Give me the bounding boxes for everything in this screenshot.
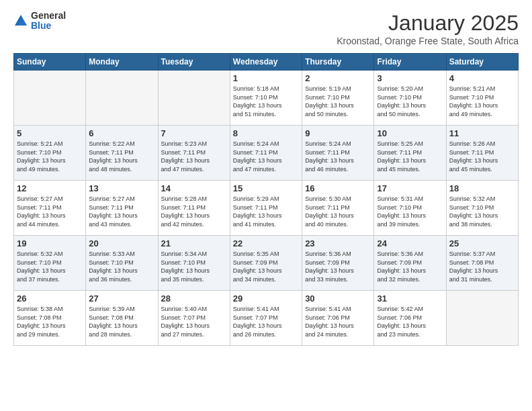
calendar-cell: 13Sunrise: 5:27 AM Sunset: 7:11 PM Dayli…: [86, 181, 158, 236]
day-number: 1: [233, 73, 299, 83]
day-info: Sunrise: 5:41 AM Sunset: 7:07 PM Dayligh…: [233, 305, 299, 338]
calendar-week-row: 5Sunrise: 5:21 AM Sunset: 7:10 PM Daylig…: [14, 126, 519, 181]
day-number: 13: [89, 183, 154, 193]
day-number: 29: [233, 293, 299, 304]
calendar-cell: 28Sunrise: 5:40 AM Sunset: 7:07 PM Dayli…: [158, 291, 230, 346]
day-info: Sunrise: 5:24 AM Sunset: 7:11 PM Dayligh…: [233, 140, 299, 173]
calendar-cell: 4Sunrise: 5:21 AM Sunset: 7:10 PM Daylig…: [446, 71, 518, 126]
day-info: Sunrise: 5:36 AM Sunset: 7:09 PM Dayligh…: [377, 250, 443, 283]
calendar-cell: 7Sunrise: 5:23 AM Sunset: 7:11 PM Daylig…: [158, 126, 230, 181]
calendar-cell: 10Sunrise: 5:25 AM Sunset: 7:11 PM Dayli…: [374, 126, 446, 181]
day-info: Sunrise: 5:19 AM Sunset: 7:10 PM Dayligh…: [305, 85, 371, 118]
calendar-cell: 27Sunrise: 5:39 AM Sunset: 7:08 PM Dayli…: [86, 291, 158, 346]
page: General Blue January 2025 Kroonstad, Ora…: [0, 0, 532, 411]
calendar-cell: 16Sunrise: 5:30 AM Sunset: 7:11 PM Dayli…: [302, 181, 374, 236]
day-info: Sunrise: 5:27 AM Sunset: 7:11 PM Dayligh…: [17, 195, 83, 228]
day-info: Sunrise: 5:22 AM Sunset: 7:11 PM Dayligh…: [89, 140, 154, 173]
calendar-table: SundayMondayTuesdayWednesdayThursdayFrid…: [13, 53, 519, 346]
logo-text: General Blue: [31, 11, 66, 32]
weekday-header-wednesday: Wednesday: [230, 54, 302, 71]
day-number: 14: [161, 183, 227, 193]
day-number: 11: [449, 128, 515, 138]
day-number: 7: [161, 128, 227, 138]
day-info: Sunrise: 5:30 AM Sunset: 7:11 PM Dayligh…: [305, 195, 371, 228]
calendar-cell: 17Sunrise: 5:31 AM Sunset: 7:10 PM Dayli…: [374, 181, 446, 236]
calendar-cell: 5Sunrise: 5:21 AM Sunset: 7:10 PM Daylig…: [14, 126, 86, 181]
day-number: 19: [17, 238, 83, 248]
day-number: 4: [449, 73, 515, 83]
day-info: Sunrise: 5:33 AM Sunset: 7:10 PM Dayligh…: [89, 250, 154, 283]
weekday-header-row: SundayMondayTuesdayWednesdayThursdayFrid…: [14, 54, 519, 71]
calendar-cell: 8Sunrise: 5:24 AM Sunset: 7:11 PM Daylig…: [230, 126, 302, 181]
day-info: Sunrise: 5:32 AM Sunset: 7:10 PM Dayligh…: [449, 195, 515, 228]
day-number: 23: [305, 238, 371, 248]
calendar-cell: 24Sunrise: 5:36 AM Sunset: 7:09 PM Dayli…: [374, 236, 446, 291]
calendar-cell: 25Sunrise: 5:37 AM Sunset: 7:08 PM Dayli…: [446, 236, 518, 291]
day-number: 21: [161, 238, 227, 248]
calendar-cell: 3Sunrise: 5:20 AM Sunset: 7:10 PM Daylig…: [374, 71, 446, 126]
day-info: Sunrise: 5:37 AM Sunset: 7:08 PM Dayligh…: [449, 250, 515, 283]
day-info: Sunrise: 5:27 AM Sunset: 7:11 PM Dayligh…: [89, 195, 154, 228]
calendar-subtitle: Kroonstad, Orange Free State, South Afri…: [337, 36, 519, 46]
calendar-cell: 15Sunrise: 5:29 AM Sunset: 7:11 PM Dayli…: [230, 181, 302, 236]
logo: General Blue: [13, 11, 66, 32]
day-number: 17: [377, 183, 443, 193]
day-info: Sunrise: 5:41 AM Sunset: 7:06 PM Dayligh…: [305, 305, 371, 338]
day-number: 16: [305, 183, 371, 193]
day-number: 3: [377, 73, 443, 83]
day-info: Sunrise: 5:20 AM Sunset: 7:10 PM Dayligh…: [377, 85, 443, 118]
calendar-week-row: 19Sunrise: 5:32 AM Sunset: 7:10 PM Dayli…: [14, 236, 519, 291]
calendar-cell: [158, 71, 230, 126]
day-info: Sunrise: 5:31 AM Sunset: 7:10 PM Dayligh…: [377, 195, 443, 228]
calendar-cell: 22Sunrise: 5:35 AM Sunset: 7:09 PM Dayli…: [230, 236, 302, 291]
calendar-cell: 23Sunrise: 5:36 AM Sunset: 7:09 PM Dayli…: [302, 236, 374, 291]
calendar-cell: [86, 71, 158, 126]
logo-icon: [13, 13, 28, 28]
day-info: Sunrise: 5:36 AM Sunset: 7:09 PM Dayligh…: [305, 250, 371, 283]
day-number: 25: [449, 238, 515, 248]
day-number: 27: [89, 293, 154, 304]
calendar-cell: 20Sunrise: 5:33 AM Sunset: 7:10 PM Dayli…: [86, 236, 158, 291]
weekday-header-tuesday: Tuesday: [158, 54, 230, 71]
day-number: 22: [233, 238, 299, 248]
calendar-cell: 1Sunrise: 5:18 AM Sunset: 7:10 PM Daylig…: [230, 71, 302, 126]
calendar-week-row: 1Sunrise: 5:18 AM Sunset: 7:10 PM Daylig…: [14, 71, 519, 126]
calendar-cell: 11Sunrise: 5:26 AM Sunset: 7:11 PM Dayli…: [446, 126, 518, 181]
day-number: 15: [233, 183, 299, 193]
calendar-cell: 14Sunrise: 5:28 AM Sunset: 7:11 PM Dayli…: [158, 181, 230, 236]
day-number: 18: [449, 183, 515, 193]
day-number: 2: [305, 73, 371, 83]
day-info: Sunrise: 5:34 AM Sunset: 7:10 PM Dayligh…: [161, 250, 227, 283]
header: General Blue January 2025 Kroonstad, Ora…: [13, 11, 519, 46]
day-number: 9: [305, 128, 371, 138]
calendar-cell: 18Sunrise: 5:32 AM Sunset: 7:10 PM Dayli…: [446, 181, 518, 236]
calendar-title: January 2025: [337, 11, 519, 36]
calendar-week-row: 26Sunrise: 5:38 AM Sunset: 7:08 PM Dayli…: [14, 291, 519, 346]
day-info: Sunrise: 5:21 AM Sunset: 7:10 PM Dayligh…: [17, 140, 83, 173]
title-block: January 2025 Kroonstad, Orange Free Stat…: [337, 11, 519, 46]
calendar-cell: 19Sunrise: 5:32 AM Sunset: 7:10 PM Dayli…: [14, 236, 86, 291]
day-info: Sunrise: 5:39 AM Sunset: 7:08 PM Dayligh…: [89, 305, 154, 338]
day-info: Sunrise: 5:35 AM Sunset: 7:09 PM Dayligh…: [233, 250, 299, 283]
day-info: Sunrise: 5:38 AM Sunset: 7:08 PM Dayligh…: [17, 305, 83, 338]
weekday-header-sunday: Sunday: [14, 54, 86, 71]
day-number: 10: [377, 128, 443, 138]
calendar-cell: 30Sunrise: 5:41 AM Sunset: 7:06 PM Dayli…: [302, 291, 374, 346]
day-info: Sunrise: 5:25 AM Sunset: 7:11 PM Dayligh…: [377, 140, 443, 173]
calendar-cell: 31Sunrise: 5:42 AM Sunset: 7:06 PM Dayli…: [374, 291, 446, 346]
calendar-cell: [14, 71, 86, 126]
calendar-cell: 9Sunrise: 5:24 AM Sunset: 7:11 PM Daylig…: [302, 126, 374, 181]
logo-general-label: General: [31, 11, 66, 21]
day-number: 6: [89, 128, 154, 138]
weekday-header-saturday: Saturday: [446, 54, 518, 71]
calendar-week-row: 12Sunrise: 5:27 AM Sunset: 7:11 PM Dayli…: [14, 181, 519, 236]
day-number: 5: [17, 128, 83, 138]
calendar-cell: 2Sunrise: 5:19 AM Sunset: 7:10 PM Daylig…: [302, 71, 374, 126]
day-number: 12: [17, 183, 83, 193]
day-number: 31: [377, 293, 443, 304]
day-info: Sunrise: 5:18 AM Sunset: 7:10 PM Dayligh…: [233, 85, 299, 118]
weekday-header-monday: Monday: [86, 54, 158, 71]
day-number: 24: [377, 238, 443, 248]
calendar-cell: 26Sunrise: 5:38 AM Sunset: 7:08 PM Dayli…: [14, 291, 86, 346]
day-info: Sunrise: 5:24 AM Sunset: 7:11 PM Dayligh…: [305, 140, 371, 173]
